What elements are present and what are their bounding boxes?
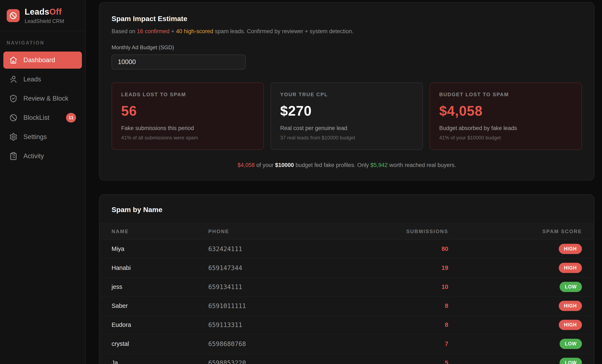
cell-submissions: 10: [379, 283, 448, 290]
gear-icon: [9, 133, 18, 141]
stat-label: YOUR TRUE CPL: [280, 92, 413, 97]
cell-name: crystal: [112, 340, 208, 347]
cell-name: Ja: [112, 359, 208, 364]
column-header-spam-score: SPAM SCORE: [448, 229, 582, 234]
sidebar-item-label: Activity: [23, 152, 44, 160]
stat-card: YOUR TRUE CPL $270 Real cost per genuine…: [270, 83, 423, 150]
table-row: jess 659134111 10 LOW: [99, 278, 594, 297]
cell-name: Hanabi: [112, 264, 208, 271]
sidebar-item-label: Settings: [23, 133, 47, 141]
stat-description: Budget absorbed by fake leads: [439, 125, 572, 132]
sidebar-item-blocklist[interactable]: BlockList 11: [3, 109, 82, 126]
spam-score-badge: LOW: [559, 282, 582, 292]
cell-name: Eudora: [112, 322, 208, 328]
sidebar-item-leads[interactable]: Leads: [3, 71, 82, 88]
stat-value: $270: [280, 103, 413, 119]
sidebar: LeadsOff LeadShield CRM NAVIGATION Dashb…: [0, 0, 86, 364]
impact-subtitle: Based on 16 confirmed + 40 high-scored s…: [112, 28, 582, 35]
spam-by-name-card: Spam by Name NAME PHONE SUBMISSIONS SPAM…: [99, 194, 594, 364]
summary-reached-amount: $5,942: [370, 162, 388, 168]
column-header-name: NAME: [112, 229, 208, 234]
app-header: LeadsOff LeadShield CRM: [0, 0, 85, 31]
spam-score-badge: HIGH: [559, 301, 582, 311]
cell-name: Saber: [112, 302, 208, 309]
sidebar-item-label: Leads: [23, 75, 41, 83]
cell-name: jess: [112, 283, 208, 290]
ban-icon: [9, 114, 18, 122]
cell-phone: 659147344: [208, 264, 379, 271]
cell-spam-score: HIGH: [448, 263, 582, 273]
cell-phone: 659113311: [208, 321, 379, 329]
blocklist-count-badge: 11: [66, 113, 76, 123]
stat-subtext: 41% of all submissions were spam: [121, 135, 254, 141]
budget-input[interactable]: [112, 54, 246, 70]
spam-score-badge: LOW: [559, 339, 582, 349]
stat-value: $4,058: [439, 103, 572, 119]
users-icon: [9, 75, 18, 83]
sidebar-item-dashboard[interactable]: Dashboard: [3, 52, 82, 69]
column-header-phone: PHONE: [208, 229, 379, 234]
table-row: Ja 6598853220 5 LOW: [99, 354, 594, 364]
high-scored-count: 40 high-scored: [176, 28, 213, 34]
ban-icon: [9, 12, 17, 20]
table-row: Hanabi 659147344 19 HIGH: [99, 259, 594, 278]
cell-submissions: 19: [379, 264, 448, 271]
cell-spam-score: LOW: [448, 282, 582, 292]
cell-phone: 659134111: [208, 283, 379, 291]
shield-check-icon: [9, 94, 18, 103]
cell-name: Miya: [112, 245, 208, 252]
cell-phone: 6591011111: [208, 302, 379, 310]
app-logo: [7, 9, 20, 22]
spam-impact-card: Spam Impact Estimate Based on 16 confirm…: [99, 2, 594, 181]
cell-submissions: 80: [379, 245, 448, 252]
sidebar-item-settings[interactable]: Settings: [3, 128, 82, 146]
spam-score-badge: HIGH: [559, 320, 582, 330]
stat-label: BUDGET LOST TO SPAM: [439, 92, 572, 97]
cell-phone: 6598680768: [208, 340, 379, 347]
app-title-accent: Off: [49, 7, 62, 16]
sidebar-item-review-block[interactable]: Review & Block: [3, 90, 82, 107]
home-icon: [9, 56, 18, 64]
app-subtitle: LeadShield CRM: [25, 18, 64, 24]
stat-card: BUDGET LOST TO SPAM $4,058 Budget absorb…: [430, 83, 582, 150]
nav-section: NAVIGATION Dashboard Leads Review & Bloc…: [0, 31, 85, 173]
sidebar-item-label: Review & Block: [23, 95, 68, 102]
stat-card: LEADS LOST TO SPAM 56 Fake submissions t…: [112, 83, 264, 150]
cell-submissions: 5: [379, 359, 448, 364]
table-row: Miya 632424111 80 HIGH: [99, 239, 594, 259]
table-row: crystal 6598680768 7 LOW: [99, 334, 594, 354]
sidebar-item-label: Dashboard: [23, 56, 55, 64]
sidebar-item-label: BlockList: [23, 114, 49, 122]
budget-label: Monthly Ad Budget (SGD): [112, 44, 582, 51]
table-header-row: NAME PHONE SUBMISSIONS SPAM SCORE: [99, 223, 594, 239]
stat-label: LEADS LOST TO SPAM: [121, 92, 254, 97]
stats-row: LEADS LOST TO SPAM 56 Fake submissions t…: [112, 83, 582, 150]
cell-spam-score: HIGH: [448, 244, 582, 254]
cell-spam-score: LOW: [448, 358, 582, 364]
stat-subtext: 37 real leads from $10000 budget: [280, 135, 413, 141]
spam-score-badge: LOW: [559, 358, 582, 364]
spam-score-badge: HIGH: [559, 244, 582, 254]
summary-lost-amount: $4,058: [237, 162, 255, 168]
stat-value: 56: [121, 103, 254, 119]
table-title: Spam by Name: [99, 195, 594, 223]
stat-description: Fake submissions this period: [121, 125, 254, 132]
impact-title: Spam Impact Estimate: [112, 15, 582, 23]
app-title: LeadsOff: [25, 7, 64, 17]
summary-budget-amount: $10000: [275, 162, 294, 168]
cell-spam-score: HIGH: [448, 301, 582, 311]
stat-description: Real cost per genuine lead: [280, 125, 413, 132]
sidebar-item-activity[interactable]: Activity: [3, 147, 82, 165]
clipboard-icon: [9, 152, 18, 160]
table-row: Eudora 659113311 8 HIGH: [99, 316, 594, 334]
column-header-submissions: SUBMISSIONS: [379, 229, 448, 234]
confirmed-count: 16 confirmed: [137, 28, 170, 34]
cell-submissions: 8: [379, 322, 448, 328]
nav-section-label: NAVIGATION: [3, 40, 82, 46]
table-body: Miya 632424111 80 HIGH Hanabi 659147344 …: [99, 239, 594, 364]
nav-list: Dashboard Leads Review & Block BlockLi: [3, 52, 82, 165]
table-row: Saber 6591011111 8 HIGH: [99, 297, 594, 316]
spam-score-badge: HIGH: [559, 263, 582, 273]
cell-spam-score: LOW: [448, 339, 582, 349]
stat-subtext: 41% of your $10000 budget: [439, 135, 572, 141]
